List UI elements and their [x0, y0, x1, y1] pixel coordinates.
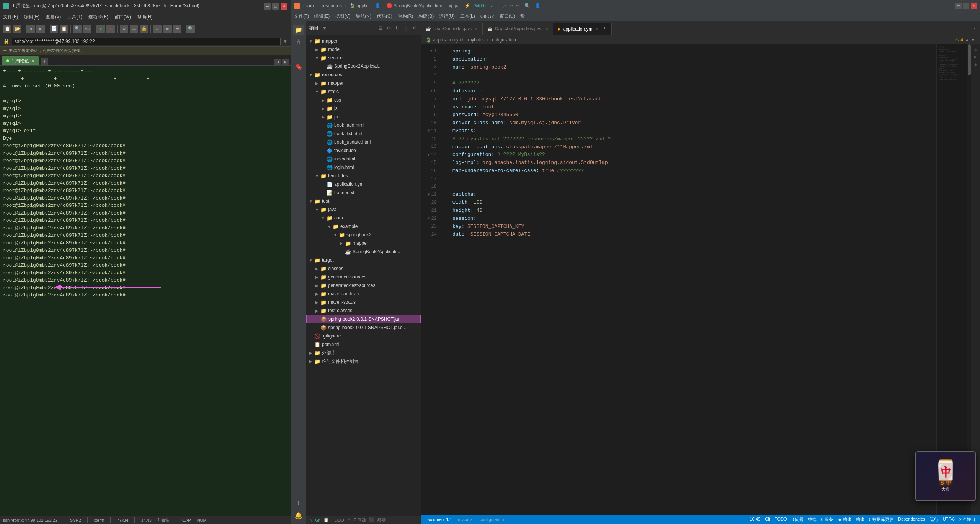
ide-menu-nav[interactable]: 导航(N)	[356, 13, 371, 20]
status-db-changes[interactable]: 0 数据库更改	[869, 517, 893, 522]
tree-item-spring-book2-0-0-1-snapshot-jar-o---[interactable]: 📦spring-book2-0.0.1-SNAPSHOT.jar.o...	[306, 323, 421, 332]
fold-icon-1[interactable]: ▼	[430, 48, 433, 54]
tree-item-mapper[interactable]: ▶📁mapper	[306, 239, 421, 247]
tree-item-index-html[interactable]: 🌐index.html	[306, 155, 421, 163]
menu-tools[interactable]: 工具(T)	[67, 14, 82, 20]
tree-item-banner-txt[interactable]: 📝banner.txt	[306, 188, 421, 197]
tree-item-mapper[interactable]: ▶📁mapper	[306, 79, 421, 87]
ide-user-icon[interactable]: 👤	[535, 3, 541, 8]
address-dropdown-icon[interactable]: ▼	[283, 39, 287, 44]
add-tab-btn[interactable]: +	[41, 58, 48, 66]
tree-item-java[interactable]: ▼📁java	[306, 205, 421, 214]
layout-icon[interactable]: ⊞	[130, 25, 138, 33]
tree-item-test-classes[interactable]: ▶📁test-classes	[306, 306, 421, 315]
fold-icon-19[interactable]: ▼	[428, 192, 430, 198]
tree-item-mapper[interactable]: ▼📁mapper	[306, 37, 421, 45]
ide-vcs-up-icon[interactable]: ↑	[497, 3, 499, 8]
find-icon[interactable]: 🔍	[73, 25, 82, 33]
close-btn[interactable]: ✕	[281, 3, 287, 10]
tree-settings-icon[interactable]: ⚙	[385, 25, 392, 32]
menu-edit[interactable]: 编辑(E)	[24, 14, 39, 20]
menu-file[interactable]: 文件(F)	[3, 14, 18, 20]
fold-icon-6[interactable]: ▼	[430, 88, 433, 94]
sidebar-bookmark-icon[interactable]: 🔖	[293, 61, 304, 72]
tree-item-resources[interactable]: ▼📁resources	[306, 70, 421, 79]
transfer-icon[interactable]: ⇄	[163, 25, 172, 33]
tree-item-generated-sources[interactable]: ▶📁generated-sources	[306, 273, 421, 281]
minimize-btn[interactable]: ─	[264, 3, 271, 10]
restore-btn[interactable]: □	[272, 3, 279, 10]
sidebar-notifications-icon[interactable]: 🔔	[293, 510, 304, 521]
mini-panel-icon-1[interactable]: ⚠	[973, 46, 979, 52]
tree-item-service[interactable]: ▼📁service	[306, 54, 421, 62]
ide-menu-build[interactable]: 构建(B)	[418, 13, 434, 20]
ide-menu-help[interactable]: 帮	[520, 13, 525, 20]
menu-window[interactable]: 窗口(W)	[114, 14, 131, 20]
tree-item-css[interactable]: ▶📁css	[306, 96, 421, 104]
ide-menu-tools[interactable]: 工具(L)	[460, 13, 475, 20]
file-tree-content[interactable]: ▼📁mapper▶📁model▼📁service☕SpringBook2Appl…	[306, 35, 421, 516]
editor-scrollbar[interactable]	[967, 44, 971, 515]
tree-item-templates[interactable]: ▼📁templates	[306, 172, 421, 180]
ide-redo-icon[interactable]: ↪	[516, 3, 520, 8]
paste-icon[interactable]: 📋	[60, 25, 68, 33]
bc-chevron-down[interactable]: ▼	[971, 37, 975, 43]
status-services[interactable]: 0 服务	[821, 517, 833, 522]
settings-icon[interactable]: ⚙	[120, 25, 128, 33]
status-run[interactable]: 运行	[930, 517, 938, 522]
disconnect-icon[interactable]: ●	[106, 25, 115, 33]
tree-item--gitignore[interactable]: 🚫.gitignore	[306, 332, 421, 340]
tree-item-application-yml[interactable]: 📄application.yml	[306, 180, 421, 188]
ide-vcs-check-icon[interactable]: ✓	[490, 3, 494, 8]
tree-item-static[interactable]: ▼📁static	[306, 87, 421, 96]
tree-item-book-update-html[interactable]: 🌐book_update.html	[306, 138, 421, 146]
tree-refresh-icon[interactable]: ↻	[394, 25, 401, 32]
editor-tab-usercontroller[interactable]: ☕ UserController.java ✕	[421, 23, 483, 35]
menu-tabs[interactable]: 选项卡(B)	[88, 14, 108, 20]
menu-help[interactable]: 帮助(H)	[137, 14, 153, 20]
status-terminal[interactable]: 终端	[808, 517, 817, 522]
tree-item-maven-status[interactable]: ▶📁maven-status	[306, 298, 421, 306]
lock-icon[interactable]: 🔒	[140, 25, 148, 33]
font-icon[interactable]: Aa	[83, 25, 91, 33]
mini-panel-icon-2[interactable]: ▶	[973, 54, 979, 60]
status-dependencies[interactable]: Dependencies	[898, 517, 925, 522]
tree-item-test[interactable]: ▼📁test	[306, 197, 421, 205]
ide-menu-file[interactable]: 文件(F)	[294, 13, 309, 20]
ide-menu-edit[interactable]: 编辑(E)	[314, 13, 330, 20]
tree-item-pic[interactable]: ▶📁pic	[306, 113, 421, 121]
fold-icon-22[interactable]: ▼	[428, 216, 430, 222]
editor-tabs-more-btn[interactable]: ⋮	[969, 27, 980, 35]
tree-menu-icon[interactable]: ⋮	[402, 25, 409, 32]
ide-menu-view[interactable]: 视图(V)	[335, 13, 350, 20]
ide-minimize-btn[interactable]: ─	[956, 3, 962, 9]
tree-item-spring-book2-0-0-1-snapshot-jar[interactable]: 📦spring-book2-0.0.1-SNAPSHOT.jar	[306, 315, 421, 323]
sidebar-project-icon[interactable]: 📁	[293, 25, 304, 35]
tree-item-generated-test-sources[interactable]: ▶📁generated-test-sources	[306, 281, 421, 290]
ide-menu-git[interactable]: Git(G):	[480, 14, 494, 19]
tree-item----[interactable]: ▶📁外部库	[306, 349, 421, 357]
tree-item-com[interactable]: ▼📁com	[306, 214, 421, 222]
project-dropdown-icon[interactable]: ▼	[322, 26, 327, 31]
editor-tab-applicationyml[interactable]: ▶ application.yml ✕ ⋮	[553, 23, 612, 35]
tree-item-login-html[interactable]: 🌐login.html	[306, 163, 421, 172]
tree-item-springbook2[interactable]: ▼📁springbook2	[306, 231, 421, 239]
status-git[interactable]: Git	[765, 517, 770, 522]
tree-item-model[interactable]: ▶📁model	[306, 45, 421, 54]
fold-icon-11[interactable]: ▼	[428, 128, 430, 134]
sidebar-vcs-icon[interactable]: ⑃	[293, 37, 304, 47]
ide-close-btn[interactable]: ✕	[971, 3, 977, 9]
terminal-content[interactable]: +----+---------+----------+--- ------+--…	[0, 66, 291, 516]
tree-item-js[interactable]: ▶📁js	[306, 104, 421, 113]
back-icon[interactable]: ◀	[26, 25, 35, 33]
editor-tab-captchaproperties[interactable]: ☕ CaptchaProperties.java ✕	[483, 23, 553, 35]
tab-close-btn[interactable]: ✕	[31, 59, 34, 63]
mini-panel-icon-3[interactable]: ⚙	[973, 61, 979, 67]
ide-vcs-icon[interactable]: ⚡	[464, 3, 470, 8]
sidebar-todo-icon[interactable]: !	[293, 498, 304, 509]
address-input[interactable]	[12, 38, 281, 45]
tree-item-pom-xml[interactable]: 📋pom.xml	[306, 340, 421, 349]
tree-item-classes[interactable]: ▶📁classes	[306, 264, 421, 273]
bc-chevron-up[interactable]: ▲	[965, 37, 969, 43]
tab-arrow-right[interactable]: ▶	[282, 59, 289, 66]
